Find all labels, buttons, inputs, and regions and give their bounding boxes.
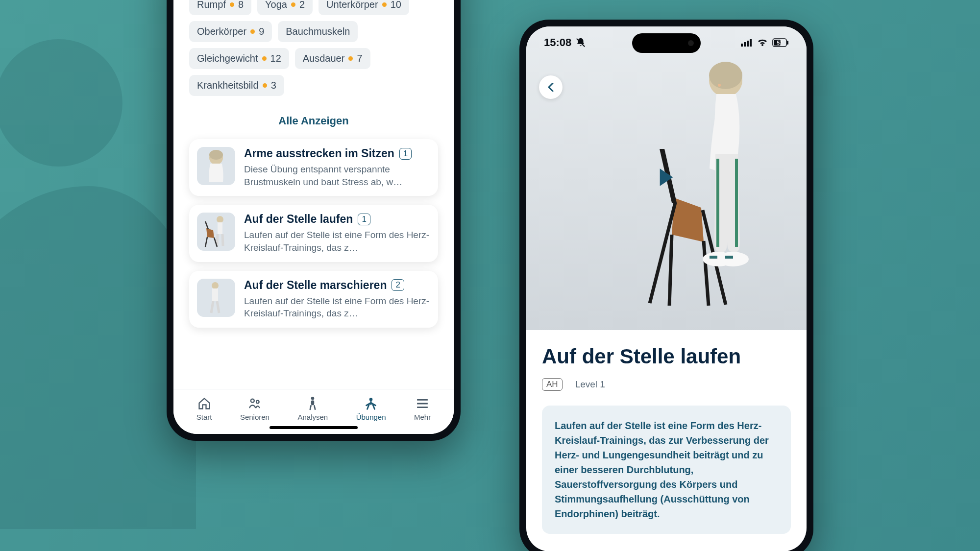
filter-chip[interactable]: Yoga2 <box>257 0 313 15</box>
svg-point-7 <box>256 401 259 404</box>
home-indicator[interactable] <box>270 426 358 429</box>
svg-rect-3 <box>218 222 222 234</box>
card-title: Auf der Stelle laufen <box>244 213 353 226</box>
chip-count: 2 <box>299 0 305 10</box>
card-description: Laufen auf der Stelle ist eine Form des … <box>244 295 430 320</box>
tab-label: Übungen <box>356 413 386 421</box>
play-button[interactable] <box>658 168 675 189</box>
exercise-title: Auf der Stelle laufen <box>542 345 791 368</box>
svg-rect-9 <box>311 401 314 406</box>
card-title: Auf der Stelle marschieren <box>244 279 387 292</box>
svg-point-4 <box>212 282 219 289</box>
card-description: Diese Übung entspannt verspannte Brustmu… <box>244 163 430 188</box>
filter-chip[interactable]: Unterkörper10 <box>318 0 409 15</box>
exercise-card[interactable]: Arme ausstrecken im Sitzen 1 Diese Übung… <box>189 139 438 196</box>
tab-label: Senioren <box>240 413 270 421</box>
tab-label: Mehr <box>414 413 431 421</box>
tab-label: Start <box>196 413 212 421</box>
uebungen-icon <box>364 396 378 411</box>
bell-off-icon <box>575 37 586 48</box>
filter-chip[interactable]: Krankheitsbild3 <box>189 75 284 96</box>
phone-exercise-detail: 15:08 57 <box>519 20 813 551</box>
svg-point-6 <box>251 399 254 403</box>
category-badge: AH <box>542 378 563 391</box>
start-icon <box>197 396 212 411</box>
exercise-video-preview[interactable] <box>526 26 807 330</box>
chip-dot-icon <box>262 56 267 61</box>
exercise-list: Arme ausstrecken im Sitzen 1 Diese Übung… <box>189 139 438 328</box>
exercise-thumbnail <box>197 213 235 251</box>
svg-point-29 <box>717 252 749 266</box>
svg-point-1 <box>209 150 223 160</box>
svg-rect-27 <box>735 159 738 247</box>
svg-text:57: 57 <box>777 40 783 46</box>
card-title: Arme ausstrecken im Sitzen <box>244 147 394 160</box>
exercise-description: Laufen auf der Stelle ist eine Form des … <box>555 418 778 521</box>
play-icon <box>658 168 675 187</box>
chip-count: 8 <box>238 0 244 10</box>
chip-label: Ausdauer <box>303 53 345 64</box>
tab-senioren[interactable]: Senioren <box>240 396 270 421</box>
exercise-card[interactable]: Auf der Stelle marschieren 2 Laufen auf … <box>189 271 438 328</box>
battery-icon: 57 <box>772 38 789 47</box>
tab-start[interactable]: Start <box>196 396 212 421</box>
show-all-button[interactable]: Alle Anzeigen <box>189 109 438 139</box>
tab-analysen[interactable]: Analysen <box>297 396 328 421</box>
phone-exercises-list: Übungen Rumpf8Yoga2Unterkörper10Oberkörp… <box>167 0 461 441</box>
svg-rect-17 <box>747 41 749 47</box>
card-level-badge: 1 <box>358 214 370 225</box>
svg-point-10 <box>369 398 373 401</box>
chip-dot-icon <box>263 83 267 88</box>
svg-rect-16 <box>744 42 746 47</box>
dynamic-island <box>632 33 701 53</box>
chip-dot-icon <box>250 29 255 34</box>
svg-point-25 <box>718 84 721 87</box>
filter-chip[interactable]: Rumpf8 <box>189 0 251 15</box>
exercise-meta: AH Level 1 <box>542 378 791 391</box>
card-description: Laufen auf der Stelle ist eine Form des … <box>244 229 430 254</box>
exercise-card[interactable]: Auf der Stelle laufen 1 Laufen auf der S… <box>189 205 438 262</box>
chip-label: Oberkörper <box>197 26 246 37</box>
svg-point-24 <box>709 62 742 89</box>
chip-dot-icon <box>382 2 387 7</box>
chip-label: Rumpf <box>197 0 226 10</box>
svg-rect-26 <box>716 159 719 247</box>
filter-chip[interactable]: Gleichgewicht12 <box>189 48 289 69</box>
chip-label: Krankheitsbild <box>197 80 259 91</box>
back-button[interactable] <box>539 75 563 99</box>
chip-label: Bauchmuskeln <box>286 26 350 37</box>
svg-point-8 <box>311 397 314 400</box>
chip-dot-icon <box>230 2 234 7</box>
wifi-icon <box>757 38 768 47</box>
svg-rect-15 <box>741 44 743 47</box>
svg-rect-30 <box>710 256 717 259</box>
svg-rect-18 <box>750 39 752 47</box>
svg-point-2 <box>217 216 223 223</box>
chip-count: 10 <box>391 0 401 10</box>
chip-count: 9 <box>259 26 264 37</box>
svg-rect-5 <box>212 288 218 301</box>
tab-mehr[interactable]: Mehr <box>414 396 431 421</box>
card-level-badge: 2 <box>392 279 404 291</box>
exercise-thumbnail <box>197 147 235 185</box>
senioren-icon <box>247 396 262 411</box>
chip-count: 3 <box>271 80 276 91</box>
chip-dot-icon <box>348 56 353 61</box>
filter-chip[interactable]: Ausdauer7 <box>295 48 370 69</box>
mehr-icon <box>415 396 430 411</box>
tab-label: Analysen <box>297 413 328 421</box>
filter-chips: Rumpf8Yoga2Unterkörper10Oberkörper9Bauch… <box>189 0 438 96</box>
exercise-illustration <box>645 56 772 330</box>
exercise-thumbnail <box>197 279 235 317</box>
cellular-icon <box>741 39 753 47</box>
chip-label: Unterkörper <box>326 0 378 10</box>
chip-label: Gleichgewicht <box>197 53 258 64</box>
status-time: 15:08 <box>544 36 571 49</box>
chip-count: 7 <box>357 53 362 64</box>
filter-chip[interactable]: Oberkörper9 <box>189 21 272 42</box>
card-level-badge: 1 <box>399 148 412 160</box>
tab-uebungen[interactable]: Übungen <box>356 396 386 421</box>
svg-rect-21 <box>787 41 788 45</box>
filter-chip[interactable]: Bauchmuskeln <box>278 21 358 42</box>
analysen-icon <box>305 396 320 411</box>
